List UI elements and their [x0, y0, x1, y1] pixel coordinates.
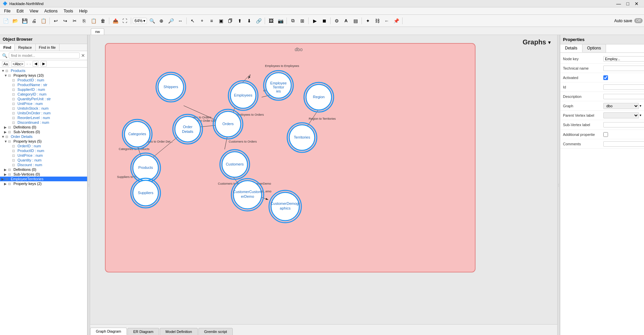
tree-item-t24[interactable]: ▶⊟EmployeeTerritories: [0, 177, 87, 181]
clear-search-btn[interactable]: ✕: [81, 53, 85, 58]
align-left-btn[interactable]: ≡: [207, 16, 216, 25]
star-btn[interactable]: ✦: [364, 16, 372, 25]
bring-front-btn[interactable]: ⬆: [235, 16, 244, 25]
panel-btn[interactable]: ▤: [351, 16, 360, 25]
paste-btn[interactable]: 📋: [89, 16, 98, 25]
tree-item-t5[interactable]: ⊡SupplierID : num: [0, 87, 87, 92]
tree-item-t18[interactable]: ⊡ProductID : num: [0, 148, 87, 153]
tree-item-t14[interactable]: ▶⊟Sub-Vertices (0): [0, 129, 87, 134]
node-employees[interactable]: Employees: [228, 81, 258, 110]
maximize-btn[interactable]: □: [624, 1, 632, 6]
delete-btn[interactable]: 🗑: [99, 16, 107, 25]
save-btn[interactable]: 💾: [20, 16, 29, 25]
tree-item-t2[interactable]: ▼⊟Property keys (10): [0, 73, 87, 78]
zoom-in-btn[interactable]: 🔍: [148, 16, 156, 25]
zoom-control[interactable]: 64% ▾: [133, 18, 147, 24]
prop-select-parent-vertex[interactable]: [603, 112, 639, 118]
redo-btn[interactable]: ↪: [61, 16, 70, 25]
node-suppliers[interactable]: Suppliers: [131, 178, 160, 208]
tree-item-t15[interactable]: ▼⊟Order Details: [0, 134, 87, 139]
new-btn[interactable]: 📄: [1, 16, 10, 25]
open-btn[interactable]: 📂: [11, 16, 20, 25]
image-btn[interactable]: 🖼: [267, 16, 275, 25]
find-tab[interactable]: Find: [0, 44, 15, 51]
zoom-out-btn[interactable]: 🔎: [166, 16, 175, 25]
prop-checkbox-additional[interactable]: [603, 132, 608, 137]
prop-input-sub-vertex[interactable]: [603, 122, 644, 127]
tree-item-t22[interactable]: ▶⊟Definitions (0): [0, 167, 87, 172]
menu-tools[interactable]: Tools: [61, 8, 76, 14]
link-btn[interactable]: 🔗: [254, 16, 263, 25]
prop-input-node-key[interactable]: [603, 56, 644, 62]
tab-er-diagram[interactable]: ER Diagram: [127, 328, 159, 335]
node-orders[interactable]: Orders: [213, 109, 243, 139]
replace-tab[interactable]: Replace: [15, 44, 35, 51]
pin-btn[interactable]: 📌: [392, 16, 401, 25]
tree-item-t10[interactable]: ⊡UnitsOnOrder : num: [0, 111, 87, 115]
menu-edit[interactable]: Edit: [14, 8, 26, 14]
diagram-svg[interactable]: dbo Employees to Employees Shippers to O…: [90, 35, 557, 324]
font-btn[interactable]: A: [342, 16, 350, 25]
layout-btn[interactable]: ⊞: [298, 16, 307, 25]
settings-btn[interactable]: ⚙: [332, 16, 341, 25]
menu-help[interactable]: Help: [76, 8, 90, 14]
tree-item-t8[interactable]: ⊡UnitPrice : num: [0, 101, 87, 106]
cut-btn[interactable]: ✂: [70, 16, 79, 25]
nav-next-btn[interactable]: ▶: [41, 61, 47, 67]
node-region[interactable]: Region: [304, 82, 334, 112]
autosave-toggle[interactable]: Off: [634, 18, 643, 23]
tree-item-t21[interactable]: ⊡Discount : num: [0, 162, 87, 167]
connect-btn[interactable]: ⚬: [198, 16, 206, 25]
node-orderdetails[interactable]: Order Details: [173, 114, 202, 144]
undo-btn[interactable]: ↩: [51, 16, 60, 25]
node-shippers[interactable]: Shippers: [156, 72, 186, 102]
tree-item-t19[interactable]: ⊡UnitPrice : num: [0, 153, 87, 158]
node-territories[interactable]: Territories: [287, 123, 317, 152]
prop-checkbox-activated[interactable]: [603, 75, 608, 80]
nav-prev-btn[interactable]: ◀: [33, 61, 39, 67]
prop-select-graph[interactable]: dbo: [603, 103, 639, 109]
cursor-btn[interactable]: ↖: [188, 16, 197, 25]
prop-input-comments[interactable]: [603, 141, 644, 147]
fullscreen-btn[interactable]: ⛶: [120, 16, 129, 25]
window-btn[interactable]: ⧉: [289, 16, 297, 25]
ungroup-btn[interactable]: 🗍: [226, 16, 235, 25]
menu-file[interactable]: File: [1, 8, 13, 14]
close-btn[interactable]: ✕: [632, 1, 641, 6]
tree-item-t11[interactable]: ⊡ReorderLevel : num: [0, 115, 87, 120]
tree-item-t16[interactable]: ▼⊟Property keys (5): [0, 139, 87, 144]
tree-item-t1[interactable]: ▼⊟Products: [0, 68, 87, 73]
node-customers[interactable]: Customers: [220, 150, 250, 179]
stop-btn[interactable]: ⏹: [320, 16, 329, 25]
tree-item-t12[interactable]: ⊡Discontinued : num: [0, 120, 87, 125]
tab-gremlin-script[interactable]: Gremlin script: [198, 328, 233, 335]
tab-model-definition[interactable]: Model Definition: [160, 328, 198, 335]
tree-item-t6[interactable]: ⊡CategoryID : num: [0, 92, 87, 97]
minimize-btn[interactable]: —: [614, 1, 624, 6]
tree-item-t20[interactable]: ⊡Quantity : num: [0, 158, 87, 162]
tree-item-t13[interactable]: ▶⊟Definitions (0): [0, 125, 87, 129]
menu-actions[interactable]: Actions: [42, 8, 60, 14]
arrow-btn[interactable]: ←: [382, 16, 391, 25]
search-input[interactable]: [9, 52, 80, 59]
node-customerdemographics[interactable]: CustomerDemogr aphics: [269, 190, 301, 223]
photo-btn[interactable]: 📷: [276, 16, 285, 25]
send-back-btn[interactable]: ⬇: [245, 16, 254, 25]
tree-item-t4[interactable]: ⊡ProductName : str: [0, 82, 87, 87]
node-employeeterritories[interactable]: Employee Territor ies: [264, 71, 293, 100]
tree-item-t9[interactable]: ⊡UnitsInStock : num: [0, 106, 87, 111]
prop-input-id[interactable]: [603, 84, 644, 90]
right-resize-handle[interactable]: ⋮: [557, 35, 560, 335]
node-customercustomerdemo[interactable]: CustomerCustom erDemo: [231, 179, 264, 211]
tree-item-t7[interactable]: ⊡QuantityPerUnit : str: [0, 97, 87, 101]
tree-item-t17[interactable]: ⊡OrderID : num: [0, 144, 87, 148]
canvas-area[interactable]: Graphs ▾ dbo Employ: [90, 35, 557, 324]
save-as-btn[interactable]: 📋: [39, 16, 48, 25]
props-tab-options[interactable]: Options: [582, 44, 606, 52]
menu-view[interactable]: View: [27, 8, 41, 14]
node-categories[interactable]: Categories: [122, 119, 152, 149]
play-btn[interactable]: ▶: [310, 16, 319, 25]
link2-btn[interactable]: ⛓: [373, 16, 382, 25]
print-btn[interactable]: 🖨: [30, 16, 38, 25]
prop-input-technical-name[interactable]: [603, 66, 644, 71]
